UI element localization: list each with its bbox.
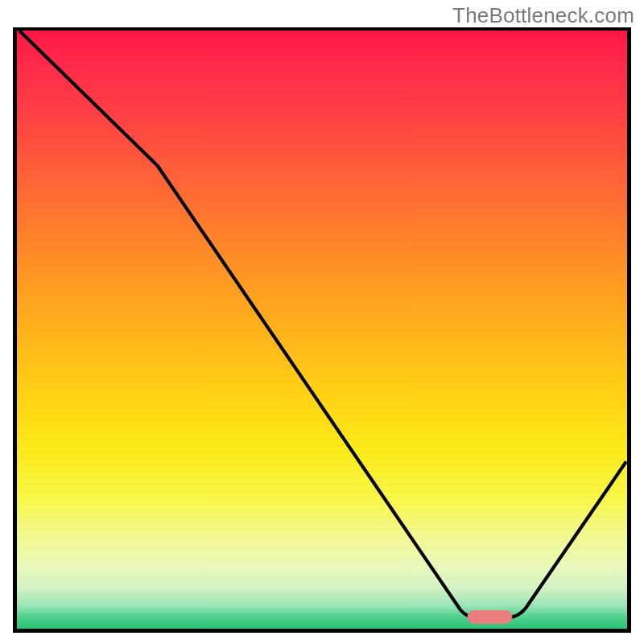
chart-svg	[17, 31, 627, 629]
bottleneck-curve	[19, 31, 626, 617]
optimal-range-marker	[468, 610, 513, 624]
watermark-text: TheBottleneck.com	[452, 3, 634, 28]
chart-area	[13, 27, 631, 633]
